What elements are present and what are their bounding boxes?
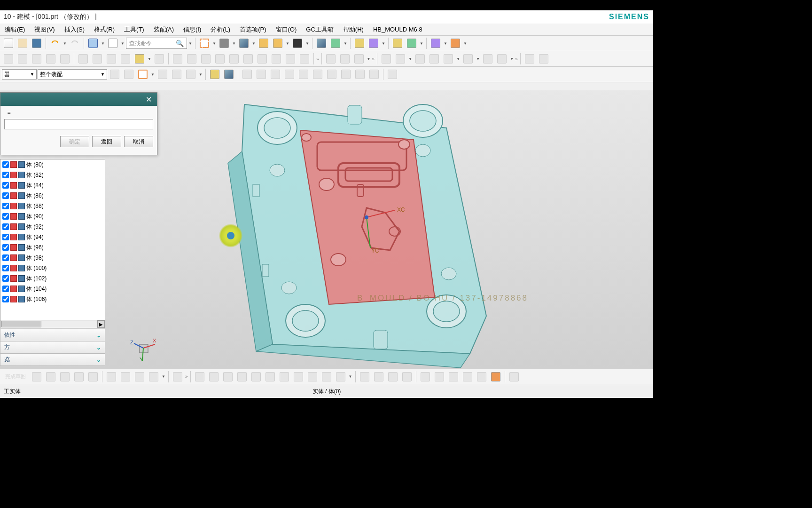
snap2[interactable] bbox=[255, 68, 268, 81]
feat3[interactable] bbox=[30, 52, 43, 65]
snap1[interactable] bbox=[241, 68, 254, 81]
tree-row[interactable]: 体 (104) bbox=[0, 284, 105, 294]
mold2[interactable] bbox=[394, 52, 407, 65]
md18[interactable] bbox=[447, 370, 460, 383]
tree-checkbox[interactable] bbox=[2, 182, 9, 189]
tree-row[interactable]: 体 (90) bbox=[0, 211, 105, 222]
menu-prefs[interactable]: 首选项(P) bbox=[235, 25, 271, 34]
tree-checkbox[interactable] bbox=[2, 203, 9, 209]
menu-analysis[interactable]: 分析(L) bbox=[206, 25, 235, 34]
clipboard-dropdown[interactable]: ▼ bbox=[101, 37, 105, 50]
md9[interactable] bbox=[306, 370, 319, 383]
sel2[interactable] bbox=[122, 68, 135, 81]
clipboard-button[interactable] bbox=[86, 37, 100, 50]
md19[interactable] bbox=[461, 370, 474, 383]
md7[interactable] bbox=[278, 370, 291, 383]
csys2-button[interactable] bbox=[329, 37, 342, 50]
sk10[interactable] bbox=[171, 370, 184, 383]
fit-button[interactable] bbox=[198, 37, 211, 50]
snap10[interactable] bbox=[367, 68, 381, 81]
trim2-button[interactable] bbox=[405, 37, 418, 50]
snap6[interactable] bbox=[311, 68, 324, 81]
md11[interactable] bbox=[334, 370, 347, 383]
snap7[interactable] bbox=[325, 68, 338, 81]
panel-method[interactable]: 方⌄ bbox=[0, 341, 105, 354]
tree-checkbox[interactable] bbox=[2, 286, 9, 292]
menu-help[interactable]: 帮助(H) bbox=[338, 25, 368, 34]
sk2[interactable] bbox=[44, 370, 57, 383]
md2[interactable] bbox=[207, 370, 220, 383]
panel-preview[interactable]: 览⌄ bbox=[0, 354, 105, 366]
md12[interactable] bbox=[358, 370, 371, 383]
tree-row[interactable]: 体 (98) bbox=[0, 253, 105, 263]
feat19[interactable] bbox=[270, 52, 283, 65]
snap5[interactable] bbox=[297, 68, 310, 81]
menu-insert[interactable]: 插入(S) bbox=[60, 25, 89, 34]
snap11[interactable] bbox=[386, 68, 399, 81]
feat8[interactable] bbox=[105, 52, 118, 65]
tree-row[interactable]: 体 (96) bbox=[0, 242, 105, 253]
md15[interactable] bbox=[400, 370, 414, 383]
tree-checkbox[interactable] bbox=[2, 275, 9, 282]
feat5[interactable] bbox=[58, 52, 71, 65]
snap3[interactable] bbox=[269, 68, 282, 81]
feat6[interactable] bbox=[77, 52, 90, 65]
tree-checkbox[interactable] bbox=[2, 234, 9, 240]
trim-button[interactable] bbox=[391, 37, 404, 50]
tree-row[interactable]: 体 (100) bbox=[0, 263, 105, 273]
measure-button[interactable] bbox=[449, 37, 462, 50]
feat12[interactable] bbox=[171, 52, 184, 65]
md21[interactable] bbox=[489, 370, 502, 383]
feat9[interactable] bbox=[119, 52, 132, 65]
print-button[interactable] bbox=[218, 37, 231, 50]
md13[interactable] bbox=[372, 370, 385, 383]
tree-row[interactable]: 体 (106) bbox=[0, 294, 105, 304]
back-button[interactable]: 返回 bbox=[92, 136, 121, 147]
tree-checkbox[interactable] bbox=[2, 265, 9, 271]
tree-checkbox[interactable] bbox=[2, 161, 9, 168]
feat2[interactable] bbox=[16, 52, 29, 65]
sk3[interactable] bbox=[58, 370, 71, 383]
sk9[interactable] bbox=[147, 370, 160, 383]
md10[interactable] bbox=[320, 370, 333, 383]
sk1[interactable] bbox=[30, 370, 43, 383]
feat17[interactable] bbox=[242, 52, 255, 65]
view-triad[interactable]: X Y Z bbox=[129, 334, 157, 362]
pattern-button[interactable] bbox=[429, 37, 442, 50]
md3[interactable] bbox=[221, 370, 234, 383]
fill-button[interactable] bbox=[291, 37, 304, 50]
panel-deps[interactable]: 依性⌄ bbox=[0, 329, 105, 341]
layer-button[interactable] bbox=[271, 37, 284, 50]
menu-info[interactable]: 信息(I) bbox=[179, 25, 206, 34]
save-button[interactable] bbox=[30, 37, 43, 50]
sel4[interactable] bbox=[156, 68, 169, 81]
cancel-button[interactable]: 取消 bbox=[124, 136, 153, 147]
sel8[interactable] bbox=[222, 68, 235, 81]
dialog-header[interactable]: ✕ bbox=[0, 93, 157, 106]
csys-button[interactable] bbox=[315, 37, 328, 50]
mold10[interactable] bbox=[537, 52, 550, 65]
search-icon[interactable]: 🔍 bbox=[176, 40, 184, 47]
sk4[interactable] bbox=[72, 370, 86, 383]
tree-checkbox[interactable] bbox=[2, 223, 9, 230]
menu-assembly[interactable]: 装配(A) bbox=[149, 25, 179, 34]
mold3[interactable] bbox=[414, 52, 427, 65]
tree-checkbox[interactable] bbox=[2, 254, 9, 261]
snap8[interactable] bbox=[339, 68, 352, 81]
sk8[interactable] bbox=[133, 370, 146, 383]
sel3[interactable] bbox=[136, 68, 149, 81]
sk5[interactable] bbox=[86, 370, 100, 383]
search-dropdown[interactable]: ▼ bbox=[188, 37, 193, 50]
menu-window[interactable]: 窗口(O) bbox=[271, 25, 302, 34]
snap9[interactable] bbox=[353, 68, 367, 81]
feat4[interactable] bbox=[44, 52, 57, 65]
md20[interactable] bbox=[475, 370, 488, 383]
tree-row[interactable]: 体 (102) bbox=[0, 273, 105, 284]
md6[interactable] bbox=[264, 370, 277, 383]
tree-row[interactable]: 体 (92) bbox=[0, 222, 105, 232]
tree-row[interactable]: 体 (84) bbox=[0, 180, 105, 190]
feat21[interactable] bbox=[298, 52, 311, 65]
command-search[interactable]: 查找命令 🔍 bbox=[126, 38, 187, 49]
md8[interactable] bbox=[292, 370, 305, 383]
tree-checkbox[interactable] bbox=[2, 172, 9, 178]
